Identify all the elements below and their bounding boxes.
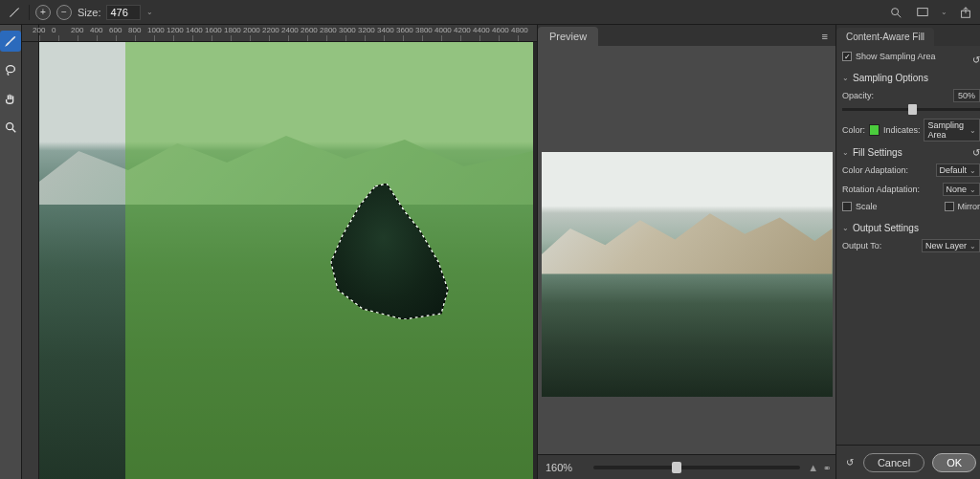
fill-settings-label: Fill Settings — [853, 147, 902, 158]
lasso-tool[interactable] — [0, 59, 21, 80]
sampling-options-label: Sampling Options — [853, 73, 928, 83]
increase-size-button[interactable]: + — [35, 5, 51, 20]
sampling-options-section-header[interactable]: ⌄ Sampling Options — [842, 73, 980, 83]
svg-line-1 — [898, 13, 902, 17]
preview-zoom-value[interactable]: 160% — [546, 462, 586, 473]
scale-checkbox[interactable] — [842, 202, 852, 211]
content-aware-fill-panel: Content-Aware Fill ✓ Show Sampling Area … — [835, 25, 980, 479]
cancel-button[interactable]: Cancel — [863, 453, 924, 472]
rotation-adaptation-select[interactable]: None⌄ — [943, 183, 980, 196]
opacity-label: Opacity: — [842, 91, 874, 100]
reset-sampling-icon[interactable]: ↺ — [972, 54, 980, 65]
opacity-slider[interactable] — [842, 108, 980, 111]
preview-menu-icon[interactable]: ≡ — [814, 27, 835, 46]
rotation-adaptation-label: Rotation Adaptation: — [842, 185, 920, 194]
chevron-down-icon: ⌄ — [842, 224, 849, 232]
screen-mode-icon[interactable] — [914, 4, 931, 21]
brush-preset-icon[interactable] — [6, 4, 23, 21]
fill-settings-section-header[interactable]: ⌄ Fill Settings ↺ — [842, 147, 980, 158]
mirror-checkbox[interactable] — [945, 202, 954, 211]
output-settings-label: Output Settings — [853, 223, 919, 233]
main-area: 2000200400600800100012001400160018002000… — [0, 25, 980, 479]
mirror-label: Mirror — [958, 202, 980, 211]
brush-size-input[interactable] — [106, 5, 141, 20]
color-adaptation-label: Color Adaptation: — [842, 165, 908, 175]
indicates-select[interactable]: Sampling Area⌄ — [924, 119, 980, 142]
opacity-value[interactable]: 50% — [953, 89, 980, 102]
fit-view-icon[interactable]: ▫▫ — [824, 462, 828, 473]
chevron-down-icon: ⌄ — [842, 74, 849, 82]
color-label: Color: — [842, 125, 865, 135]
color-adaptation-select[interactable]: Default⌄ — [936, 163, 980, 177]
size-dropdown-caret[interactable]: ⌄ — [146, 8, 153, 16]
document-image — [39, 42, 533, 479]
document-canvas[interactable] — [39, 42, 537, 479]
preview-tab[interactable]: Preview — [538, 27, 598, 46]
output-to-label: Output To: — [842, 241, 881, 250]
screen-mode-caret[interactable]: ⌄ — [941, 8, 947, 16]
indicates-label: Indicates: — [883, 125, 921, 135]
output-settings-section-header[interactable]: ⌄ Output Settings — [842, 223, 980, 233]
share-icon[interactable] — [957, 4, 974, 21]
output-to-select[interactable]: New Layer⌄ — [922, 239, 980, 252]
warning-icon: ▲ — [808, 462, 818, 473]
panel-title-tab[interactable]: Content-Aware Fill — [836, 28, 934, 46]
sampling-brush-tool[interactable] — [0, 31, 21, 52]
tool-rail — [0, 25, 22, 479]
preview-zoom-slider[interactable] — [593, 466, 800, 469]
panel-footer: ↺ Cancel OK — [836, 445, 980, 479]
search-icon[interactable] — [887, 4, 904, 21]
reset-all-icon[interactable]: ↺ — [846, 457, 854, 468]
preview-footer: 160% ▲ ▫▫ — [538, 454, 835, 479]
svg-point-5 — [7, 123, 13, 130]
ruler-horizontal: 2000200400600800100012001400160018002000… — [22, 25, 537, 42]
hand-tool[interactable] — [0, 88, 21, 109]
svg-point-0 — [892, 8, 899, 14]
chevron-down-icon: ⌄ — [842, 148, 849, 157]
scale-label: Scale — [856, 202, 878, 211]
canvas-column: 2000200400600800100012001400160018002000… — [22, 25, 537, 479]
selection-marquee — [328, 184, 451, 319]
svg-point-4 — [7, 66, 15, 73]
ok-button[interactable]: OK — [932, 453, 976, 472]
ruler-vertical — [22, 42, 39, 479]
show-sampling-area-checkbox[interactable]: ✓ — [842, 52, 852, 61]
svg-line-6 — [12, 129, 16, 133]
sampling-color-swatch[interactable] — [869, 124, 880, 136]
preview-image[interactable] — [542, 152, 833, 397]
preview-panel: Preview ≡ 160% ▲ ▫▫ — [537, 25, 835, 479]
show-sampling-area-label: Show Sampling Area — [856, 52, 936, 61]
size-label: Size: — [78, 7, 100, 18]
options-bar: + − Size: ⌄ ⌄ — [0, 0, 980, 25]
reset-fill-icon[interactable]: ↺ — [972, 147, 980, 158]
svg-rect-2 — [918, 8, 928, 15]
decrease-size-button[interactable]: − — [56, 5, 72, 20]
zoom-tool[interactable] — [0, 117, 21, 138]
